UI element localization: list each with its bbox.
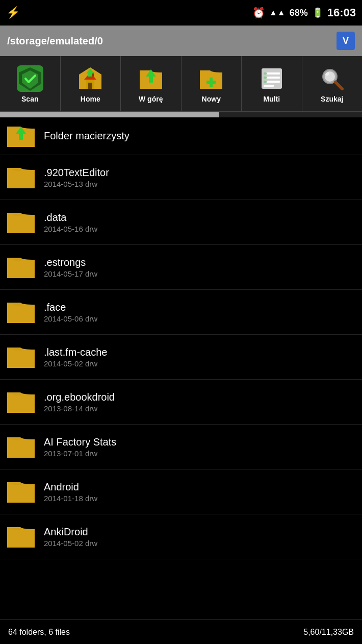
folder-item[interactable]: AnkiDroid 2014-05-02 drw [0, 514, 362, 559]
folder-meta: 2014-05-16 drw [44, 225, 97, 233]
home-icon [77, 65, 104, 92]
up-label: W górę [139, 95, 163, 103]
folder-icon [6, 479, 36, 505]
bottom-bar: 64 folders, 6 files 5,60/11,33GB [0, 620, 362, 644]
scan-icon [17, 65, 43, 92]
search-icon [319, 65, 345, 92]
alarm-icon: ⏰ [252, 7, 265, 19]
svg-rect-18 [264, 85, 274, 87]
svg-rect-7 [88, 83, 92, 89]
folder-meta: 2013-07-01 drw [44, 449, 116, 458]
up-button[interactable]: W górę [121, 56, 182, 111]
svg-rect-36 [7, 441, 35, 458]
parent-folder-label: Folder macierzysty [44, 130, 130, 142]
scan-label: Scan [21, 95, 38, 103]
folder-name: AI Factory Stats [44, 436, 116, 448]
folder-items-container: .920TextEditor 2014-05-13 drw .data 2014… [0, 155, 362, 559]
new-icon [198, 65, 224, 92]
folder-item[interactable]: .estrongs 2014-05-17 drw [0, 245, 362, 290]
svg-rect-33 [7, 307, 35, 323]
scan-button[interactable]: Scan [0, 56, 61, 111]
folder-item[interactable]: Android 2014-01-18 drw [0, 469, 362, 514]
folder-item[interactable]: .face 2014-05-06 drw [0, 290, 362, 335]
usb-icon: ⚡ [6, 6, 20, 19]
svg-rect-20 [264, 77, 267, 79]
folder-item[interactable]: .org.ebookdroid 2013-08-14 drw [0, 380, 362, 425]
folder-icon [6, 434, 36, 460]
svg-rect-35 [7, 397, 35, 413]
multi-label: Multi [263, 95, 280, 103]
folder-name: .org.ebookdroid [44, 391, 115, 403]
folder-name: .last.fm-cache [44, 346, 107, 358]
new-button[interactable]: Nowy [182, 56, 242, 111]
folder-icon [6, 210, 36, 235]
folder-icon [6, 524, 36, 550]
folder-meta: 2014-05-13 drw [44, 180, 109, 188]
folder-name: .920TextEditor [44, 167, 109, 179]
folder-meta: 2014-05-06 drw [44, 314, 97, 323]
dropdown-icon: V [343, 36, 349, 46]
svg-rect-13 [206, 81, 216, 84]
multi-button[interactable]: Multi [242, 56, 302, 111]
svg-rect-30 [7, 172, 35, 188]
folder-meta: 2014-05-02 drw [44, 359, 107, 368]
time: 16:03 [327, 6, 356, 19]
up-icon [138, 65, 164, 92]
svg-rect-19 [264, 72, 267, 75]
folder-icon [6, 389, 36, 415]
path-bar: /storage/emulated/0 V [0, 26, 362, 56]
folder-item[interactable]: .920TextEditor 2014-05-13 drw [0, 155, 362, 200]
svg-rect-37 [7, 486, 35, 503]
svg-rect-38 [7, 531, 35, 548]
folder-name: AnkiDroid [44, 526, 97, 538]
scroll-bar [0, 112, 219, 117]
folder-icon [6, 344, 36, 370]
folder-meta: 2013-08-14 drw [44, 404, 115, 413]
folder-meta: 2014-01-18 drw [44, 494, 97, 503]
home-button[interactable]: Home [61, 56, 121, 111]
current-path: /storage/emulated/0 [7, 35, 103, 47]
folder-count: 64 folders, 6 files [8, 628, 70, 637]
folder-name: .data [44, 212, 97, 224]
search-button[interactable]: Szukaj [302, 56, 363, 111]
folder-icon [6, 165, 36, 190]
folder-meta: 2014-05-02 drw [44, 539, 97, 548]
parent-folder-item[interactable]: Folder macierzysty [0, 117, 362, 155]
svg-rect-31 [7, 217, 35, 233]
home-label: Home [81, 95, 100, 103]
folder-icon [6, 300, 36, 325]
battery-percent: 68% [290, 8, 308, 18]
search-label: Szukaj [321, 95, 343, 103]
folder-meta: 2014-05-17 drw [44, 269, 97, 278]
svg-rect-21 [264, 81, 267, 83]
folder-item[interactable]: .data 2014-05-16 drw [0, 200, 362, 245]
folder-name: .face [44, 302, 97, 313]
new-label: Nowy [202, 95, 221, 103]
status-bar: ⚡ ⏰ ▲▲ 68% 🔋 16:03 [0, 0, 362, 26]
signal-icon: ▲▲ [269, 8, 286, 17]
folder-icon [6, 255, 36, 280]
toolbar: Scan Home [0, 56, 362, 112]
svg-line-27 [335, 82, 342, 89]
parent-folder-icon [6, 123, 36, 149]
path-dropdown-button[interactable]: V [337, 32, 355, 50]
folder-name: .estrongs [44, 257, 97, 268]
svg-rect-32 [7, 262, 35, 278]
svg-rect-34 [7, 352, 35, 368]
folder-name: Android [44, 481, 97, 493]
scroll-indicator [0, 112, 362, 117]
folder-item[interactable]: .last.fm-cache 2014-05-02 drw [0, 335, 362, 380]
folder-item[interactable]: AI Factory Stats 2013-07-01 drw [0, 425, 362, 469]
file-list: Folder macierzysty .920TextEditor 2014-0… [0, 117, 362, 559]
multi-icon [258, 65, 285, 92]
battery-icon: 🔋 [312, 7, 323, 18]
storage-info: 5,60/11,33GB [303, 628, 354, 637]
